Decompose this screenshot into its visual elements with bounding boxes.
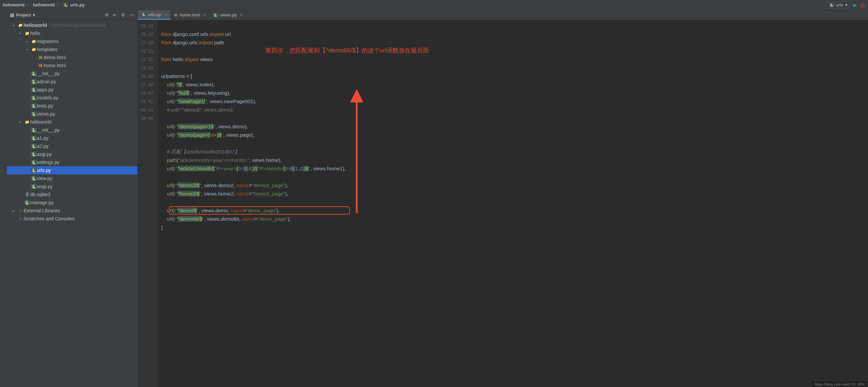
- tab-views-py[interactable]: 🐍views.py×: [210, 10, 246, 20]
- collapse-icon[interactable]: ⇤: [113, 12, 117, 18]
- tree-file-py[interactable]: 🐍__init__.py: [7, 69, 137, 78]
- chevron-right-icon: 〉: [27, 2, 31, 8]
- watermark: https://blog.csdn.net/LYX_WIN: [813, 382, 867, 387]
- tree-file-db[interactable]: 🗄db.sqlite3: [7, 190, 137, 199]
- tree-folder[interactable]: ▾📁helloworld: [7, 118, 137, 126]
- tree-file-py[interactable]: 🐍admin.py: [7, 78, 137, 86]
- left-gutter[interactable]: [0, 10, 7, 387]
- tree-file-py[interactable]: 🐍a2.py: [7, 142, 137, 150]
- chevron-down-icon[interactable]: ▾: [33, 12, 35, 18]
- editor-area: 🐍urls.py× Hhome.html× 🐍views.py× 23 24 2…: [138, 10, 868, 387]
- tree-folder-root[interactable]: ▾📁helloworld~/pythonProject/helloworld: [7, 21, 137, 29]
- project-icon: ▤: [10, 12, 14, 18]
- hide-icon[interactable]: —: [129, 12, 134, 18]
- target-icon[interactable]: ⊕: [105, 12, 109, 18]
- project-tree[interactable]: ▾📁helloworld~/pythonProject/helloworld ▾…: [7, 20, 137, 387]
- run-button[interactable]: ▶: [853, 2, 857, 8]
- tree-file-py[interactable]: 🐍wsgi.py: [7, 182, 137, 190]
- breadcrumb-item[interactable]: urls.py: [70, 2, 85, 7]
- tree-file-py[interactable]: 🐍apps.py: [7, 86, 137, 94]
- tree-file-py[interactable]: 🐍view.py: [7, 174, 137, 182]
- tree-file-py[interactable]: 🐍asgi.py: [7, 150, 137, 158]
- chevron-down-icon: ▾: [845, 2, 847, 7]
- code-content[interactable]: from django.conf.urls import url from dj…: [158, 20, 868, 387]
- annotation-arrow: [333, 84, 367, 228]
- project-title: Project: [16, 12, 31, 18]
- breadcrumb[interactable]: helloworld 〉 helloworld 〉 🐍 urls.py: [3, 2, 85, 8]
- python-icon: 🐍: [141, 12, 146, 17]
- tree-file-py[interactable]: 🐍settings.py: [7, 158, 137, 166]
- chevron-right-icon: 〉: [57, 2, 61, 8]
- tree-file-py[interactable]: 🐍a1.py: [7, 134, 137, 142]
- python-icon: 🐍: [63, 3, 68, 7]
- tab-home-html[interactable]: Hhome.html×: [170, 10, 210, 20]
- debug-button[interactable]: 🐞: [860, 2, 865, 8]
- run-configuration-selector[interactable]: 🐍 urls ▾: [826, 1, 850, 8]
- close-icon[interactable]: ×: [164, 12, 167, 17]
- tree-file-html[interactable]: Hdemo.html: [7, 53, 137, 61]
- tree-folder[interactable]: ▸📁migrations: [7, 37, 137, 46]
- tree-external-libraries[interactable]: ▸⎋External Libraries: [7, 207, 137, 215]
- python-icon: 🐍: [213, 13, 218, 17]
- tree-file-urls-py[interactable]: 🐍urls.py: [7, 166, 137, 174]
- code-editor[interactable]: 23 24 25 26 27 28 29 30 31 32 33 34 35 3…: [138, 20, 868, 387]
- gear-icon[interactable]: ⚙: [121, 12, 125, 18]
- tree-scratches[interactable]: ✎Scratches and Consoles: [7, 215, 137, 223]
- python-icon: 🐍: [829, 3, 834, 7]
- breadcrumb-item[interactable]: helloworld: [33, 2, 55, 7]
- run-config-label: urls: [836, 2, 843, 7]
- tree-file-py[interactable]: 🐍models.py: [7, 94, 137, 102]
- tree-file-py[interactable]: 🐍manage.py: [7, 199, 137, 207]
- html-icon: H: [174, 13, 178, 17]
- close-icon[interactable]: ×: [203, 12, 206, 18]
- tree-file-py[interactable]: 🐍__init__.py: [7, 126, 137, 134]
- tree-folder[interactable]: ▾📁hello: [7, 29, 137, 37]
- project-panel-header: ▤ Project ▾ ⊕ ⇤ ⚙ —: [7, 10, 137, 20]
- tree-file-py[interactable]: 🐍views.py: [7, 110, 137, 118]
- tab-urls-py[interactable]: 🐍urls.py×: [138, 10, 170, 20]
- project-panel: ▤ Project ▾ ⊕ ⇤ ⚙ — ▾📁helloworld~/python…: [7, 10, 138, 387]
- annotation-text: 第四步，把匹配规则【^demo66/$】的这个url函数放在最后面: [266, 47, 429, 55]
- top-bar: helloworld 〉 helloworld 〉 🐍 urls.py 🐍 ur…: [0, 0, 868, 10]
- tree-folder[interactable]: ▾📁templates: [7, 46, 137, 53]
- breadcrumb-item[interactable]: helloworld: [3, 2, 25, 7]
- editor-tabs: 🐍urls.py× Hhome.html× 🐍views.py×: [138, 10, 868, 20]
- tree-file-html[interactable]: Hhome.html: [7, 61, 137, 69]
- close-icon[interactable]: ×: [240, 12, 243, 18]
- line-number-gutter: 23 24 25 26 27 28 29 30 31 32 33 34 35 3…: [138, 20, 158, 387]
- tree-file-py[interactable]: 🐍tests.py: [7, 102, 137, 110]
